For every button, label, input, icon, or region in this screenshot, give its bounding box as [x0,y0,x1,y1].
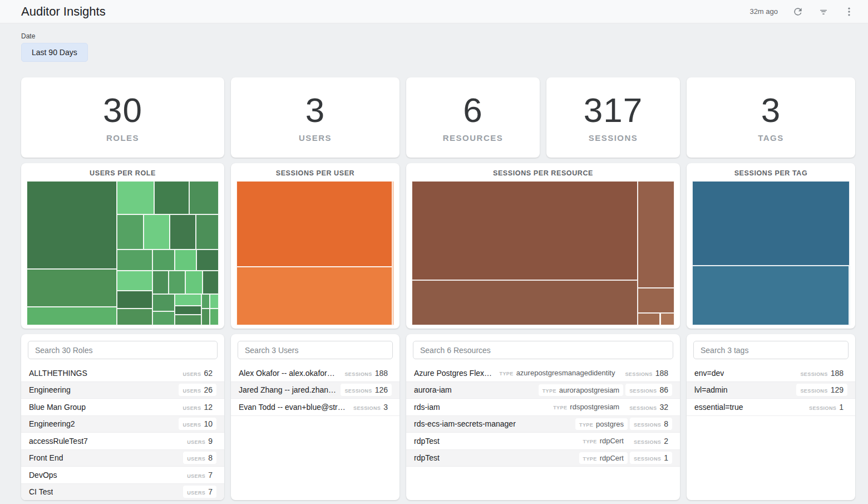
treemap-cell[interactable] [152,249,175,271]
treemap-cell[interactable] [144,214,170,249]
list-item[interactable]: rds-iamTYPErdspostgresiamSESSIONS32 [406,399,680,416]
treemap-cell[interactable] [210,294,219,309]
list-item[interactable]: Front EndUSERS8 [21,450,224,467]
metric-value: 126 [375,385,388,394]
treemap-cell[interactable] [152,294,175,311]
treemap-cell[interactable] [849,266,850,325]
chart-title: SESSIONS PER TAG [687,163,855,177]
roles-search-input[interactable] [28,341,218,359]
item-name: Alex Okafor -- alex.okafor+blue... [239,369,338,378]
treemap-cell[interactable] [412,280,638,325]
filter-bar: Date Last 90 Days [0,23,868,62]
list-item[interactable]: Jared Zhang -- jared.zhang+bl...SESSIONS… [231,382,400,399]
treemap-cell[interactable] [175,249,197,271]
chart-card-users-per-role: USERS PER ROLE [21,163,224,329]
treemap-cell[interactable] [189,181,219,214]
metric-label: SESSIONS [629,405,657,411]
treemap-cell[interactable] [203,271,219,295]
treemap-cell[interactable] [152,311,175,325]
treemap-cell[interactable] [117,249,152,271]
list-item[interactable]: ALLTHETHINGSUSERS62 [21,365,224,382]
metric-label: SESSIONS [800,388,827,394]
item-name: ALLTHETHINGS [29,369,87,378]
list-item[interactable]: rdpTestTYPErdpCertSESSIONS1 [406,450,680,467]
item-name: rdpTest [414,437,440,446]
metric-badge: USERS12 [179,401,216,413]
item-name: Azure Postgres Flexible S... [414,369,494,378]
type-value: rdspostgresiam [570,403,619,411]
treemap-cell[interactable] [175,294,201,306]
kebab-menu-icon[interactable] [844,6,855,17]
treemap-cell[interactable] [27,181,117,269]
treemap-cell[interactable] [392,181,394,325]
treemap-cell[interactable] [175,315,201,325]
metric-label: USERS [187,439,205,445]
metric-label: SESSIONS [344,371,372,377]
list-item[interactable]: CI TestUSERS7 [21,484,224,501]
refresh-icon[interactable] [792,6,803,17]
treemap-cell[interactable] [236,267,392,325]
type-value: rdpCert [600,454,624,462]
metric-label: SESSIONS [634,456,661,462]
treemap-cell[interactable] [196,249,219,271]
list-item[interactable]: lvl=adminSESSIONS129 [687,382,855,399]
filter-icon[interactable] [818,6,829,17]
metric-badge: SESSIONS3 [349,401,392,413]
treemap-cell[interactable] [692,181,850,266]
treemap-cell[interactable] [154,181,189,214]
metric-value: 188 [375,369,388,378]
metric-value: 188 [655,369,668,378]
list-item[interactable]: EngineeringUSERS26 [21,382,224,399]
treemap-cell[interactable] [210,309,219,325]
list-item[interactable]: env=devSESSIONS188 [687,365,855,382]
treemap-cell[interactable] [152,271,169,295]
treemap-cell[interactable] [185,271,203,295]
treemap-cell[interactable] [175,306,201,315]
metric-badge: USERS9 [183,435,216,447]
treemap-cell[interactable] [117,271,152,291]
treemap-cell[interactable] [638,313,660,325]
last-refresh-time: 32m ago [749,7,778,16]
list-item[interactable]: DevOpsUSERS7 [21,467,224,484]
item-name: Front End [29,453,63,462]
type-label: TYPE [579,422,593,428]
list-item[interactable]: essential=trueSESSIONS1 [687,399,855,416]
tags-search-input[interactable] [693,341,849,359]
treemap-cell[interactable] [660,313,674,325]
list-item[interactable]: rds-ecs-iam-secrets-managerTYPEpostgresS… [406,416,680,433]
item-name: DevOps [29,471,57,479]
treemap-sessions-per-resource [412,181,674,325]
treemap-cell[interactable] [196,214,219,249]
metric-badge: SESSIONS129 [796,384,847,396]
treemap-cell[interactable] [117,214,144,249]
list-item[interactable]: Azure Postgres Flexible S...TYPEazurepos… [406,365,680,382]
resources-search-input[interactable] [413,341,673,359]
type-value: azurepostgresmanagedidentity [516,369,615,377]
type-label: TYPE [583,439,597,444]
list-item[interactable]: aurora-iamTYPEaurorapostgresiamSESSIONS8… [406,382,680,399]
treemap-cell[interactable] [169,271,185,295]
treemap-cell[interactable] [638,288,674,313]
treemap-cell[interactable] [117,291,152,309]
treemap-cell[interactable] [201,309,210,325]
users-search-input[interactable] [238,341,393,359]
list-item[interactable]: rdpTestTYPErdpCertSESSIONS2 [406,433,680,450]
treemap-cell[interactable] [27,307,117,325]
list-item[interactable]: Engineering2USERS10 [21,416,224,433]
list-item[interactable]: Blue Man GroupUSERS12 [21,399,224,416]
treemap-cell[interactable] [201,294,210,309]
list-item[interactable]: Evan Todd -- evan+blue@strongd...SESSION… [231,399,400,416]
stat-value: 30 [103,93,142,128]
treemap-cell[interactable] [170,214,196,249]
treemap-cell[interactable] [236,181,392,267]
treemap-cell[interactable] [27,269,117,307]
treemap-cell[interactable] [638,181,674,288]
treemap-cell[interactable] [117,309,152,325]
treemap-cell[interactable] [117,181,154,214]
list-item[interactable]: accessRuleTest7USERS9 [21,433,224,450]
treemap-cell[interactable] [412,181,638,280]
date-range-chip[interactable]: Last 90 Days [21,43,88,62]
metric-value: 1 [664,453,668,462]
treemap-cell[interactable] [692,266,849,325]
list-item[interactable]: Alex Okafor -- alex.okafor+blue...SESSIO… [231,365,400,382]
